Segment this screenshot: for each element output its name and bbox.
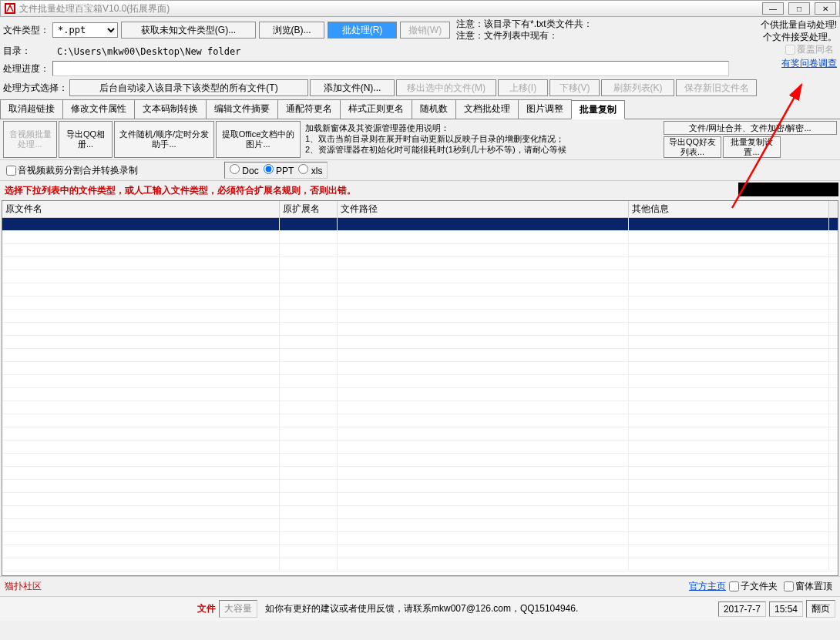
radio-ppt[interactable]: PPT (264, 164, 294, 176)
toolbar-row2: 目录： C:\Users\mkw00\Desktop\New folder (0, 43, 840, 59)
table-row[interactable] (2, 441, 838, 454)
titlebar: 文件批量处理百宝箱V10.0(拓展界面) — □ ✕ (0, 0, 840, 17)
extract-office-button[interactable]: 提取Office文档中的图片... (216, 121, 301, 158)
tab-5[interactable]: 样式正则更名 (340, 99, 412, 119)
batch-button[interactable]: 批处理(R) (328, 22, 397, 39)
undo-button[interactable]: 撤销(W) (400, 22, 450, 39)
radio-doc[interactable]: Doc (230, 164, 259, 176)
auto-read-button[interactable]: 后台自动读入该目录下该类型的所有文件(T) (69, 79, 308, 96)
toolbar-row1: 文件类型： *.ppt 获取未知文件类型(G)... 浏览(B)... 批处理(… (0, 17, 840, 43)
av-crop-row: 音视频裁剪分割合并转换录制 Doc PPT xls (0, 160, 840, 181)
format-radios: Doc PPT xls (224, 162, 328, 179)
tab-9[interactable]: 批量复制 (571, 100, 625, 119)
export-qq-button[interactable]: 导出QQ相册... (59, 121, 113, 158)
table-row[interactable] (2, 270, 838, 283)
subfolder-checkbox[interactable]: 子文件夹 (729, 580, 778, 593)
note2: 注意：文件列表中现有： (456, 30, 593, 42)
dir-value: C:\Users\mkw00\Desktop\New folder (57, 46, 240, 57)
toolbar-row3: 处理进度： (0, 59, 732, 78)
table-row[interactable] (2, 244, 838, 257)
table-row[interactable] (2, 375, 838, 388)
topmost-checkbox[interactable]: 窗体置顶 (784, 580, 832, 593)
av-crop-checkbox[interactable]: 音视频裁剪分割合并转换录制 (6, 164, 138, 177)
table-row[interactable] (2, 532, 838, 545)
filetype-label: 文件类型： (3, 24, 49, 37)
tab-6[interactable]: 随机数 (412, 99, 456, 119)
right-info-line2: 个文件接受处理。 (737, 31, 837, 43)
file-indicator: 文件 (197, 602, 216, 615)
random-order-button[interactable]: 文件随机/顺序/定时分发助手... (114, 121, 214, 158)
table-row[interactable] (2, 336, 838, 349)
col-header-1[interactable]: 原扩展名 (280, 201, 338, 217)
file-table: 原文件名原扩展名文件路径其他信息 (2, 200, 838, 576)
col-header-3[interactable]: 其他信息 (629, 201, 829, 217)
get-unknown-button[interactable]: 获取未知文件类型(G)... (121, 22, 256, 39)
table-row[interactable] (2, 362, 838, 375)
tab-3[interactable]: 编辑文件摘要 (206, 99, 278, 119)
table-row[interactable] (2, 388, 838, 401)
subtools-row: 音视频批量处理... 导出QQ相册... 文件随机/顺序/定时分发助手... 提… (0, 119, 840, 160)
footer-row1: 猫扑社区 官方主页 子文件夹 窗体置顶 (0, 576, 840, 596)
col-header-0[interactable]: 原文件名 (2, 201, 280, 217)
warning-text: 选择下拉列表中的文件类型，或人工输入文件类型，必须符合扩展名规则，否则出错。 (0, 181, 840, 200)
tab-7[interactable]: 文档批处理 (455, 99, 519, 119)
av-batch-button[interactable]: 音视频批量处理... (3, 121, 57, 158)
table-row[interactable] (2, 401, 838, 414)
table-row[interactable] (2, 467, 838, 480)
table-row[interactable] (2, 480, 838, 493)
col-header-2[interactable]: 文件路径 (338, 201, 629, 217)
table-row[interactable] (2, 218, 838, 231)
note1: 注意：该目录下有*.txt类文件共： (456, 18, 593, 30)
table-row[interactable] (2, 414, 838, 427)
add-file-button[interactable]: 添加文件(N)... (310, 79, 395, 96)
table-body[interactable] (2, 218, 838, 571)
table-row[interactable] (2, 493, 838, 506)
table-row[interactable] (2, 558, 838, 571)
table-row[interactable] (2, 519, 838, 532)
overwrite-checkbox[interactable]: 覆盖同名 (785, 43, 834, 55)
feedback-text: 如你有更好的建议或者使用反馈，请联系mkw007@126.com，QQ15104… (265, 602, 715, 615)
export-friends-button[interactable]: 导出QQ好友列表... (664, 136, 721, 158)
table-header: 原文件名原扩展名文件路径其他信息 (2, 201, 838, 218)
minimize-button[interactable]: — (762, 2, 784, 15)
tab-2[interactable]: 文本码制转换 (134, 99, 207, 119)
table-row[interactable] (2, 454, 838, 467)
table-row[interactable] (2, 545, 838, 558)
flip-cell[interactable]: 翻页 (806, 600, 835, 618)
remove-selected-button[interactable]: 移出选中的文件(M) (396, 79, 496, 96)
tab-8[interactable]: 图片调整 (518, 99, 572, 119)
survey-link[interactable]: 有奖问卷调查 (737, 57, 837, 69)
info-box: 加载新窗体及其资源管理器使用说明： 1、双击当前目录则在展开时自动更新以反映子目… (302, 121, 662, 158)
window-title: 文件批量处理百宝箱V10.0(拓展界面) (19, 2, 762, 15)
close-button[interactable]: ✕ (815, 2, 836, 15)
table-row[interactable] (2, 283, 838, 297)
filetype-select[interactable]: *.ppt (52, 22, 118, 38)
dir-label: 目录： (3, 45, 31, 58)
move-up-button[interactable]: 上移(I) (498, 79, 548, 96)
table-row[interactable] (2, 310, 838, 323)
time-cell: 15:54 (769, 601, 803, 617)
table-row[interactable] (2, 427, 838, 441)
move-down-button[interactable]: 下移(V) (549, 79, 600, 96)
radio-xls[interactable]: xls (298, 164, 322, 176)
tab-4[interactable]: 通配符更名 (277, 99, 341, 119)
save-names-button[interactable]: 保存新旧文件名 (676, 79, 757, 96)
table-row[interactable] (2, 323, 838, 336)
progress-label: 处理进度： (3, 62, 49, 75)
capacity-cell: 大容量 (219, 600, 257, 618)
maopu-link[interactable]: 猫扑社区 (5, 580, 42, 593)
date-cell: 2017-7-7 (718, 601, 766, 617)
table-row[interactable] (2, 506, 838, 519)
maximize-button[interactable]: □ (788, 2, 810, 15)
table-row[interactable] (2, 297, 838, 310)
file-url-button[interactable]: 文件/网址合并、文件加密/解密... (664, 121, 837, 135)
refresh-button[interactable]: 刷新列表(K) (601, 79, 674, 96)
tab-0[interactable]: 取消超链接 (0, 99, 63, 119)
table-row[interactable] (2, 257, 838, 270)
batch-copy-settings-button[interactable]: 批量复制设置... (723, 136, 781, 158)
tab-1[interactable]: 修改文件属性 (62, 99, 135, 119)
table-row[interactable] (2, 231, 838, 244)
browse-button[interactable]: 浏览(B)... (259, 22, 324, 39)
official-link[interactable]: 官方主页 (689, 580, 726, 593)
table-row[interactable] (2, 349, 838, 362)
